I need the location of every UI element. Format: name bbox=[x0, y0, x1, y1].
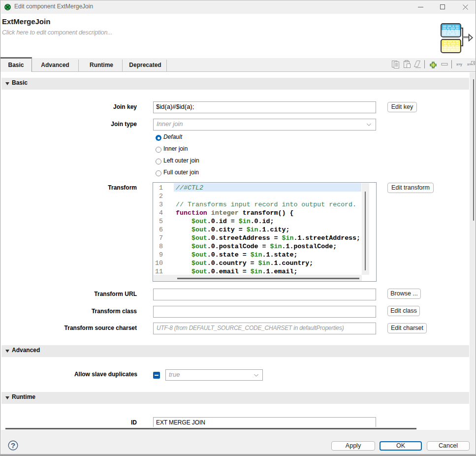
svg-text:x=: x= bbox=[467, 63, 471, 66]
svg-text:?: ? bbox=[11, 441, 15, 450]
svg-text:x=y: x=y bbox=[456, 63, 462, 66]
